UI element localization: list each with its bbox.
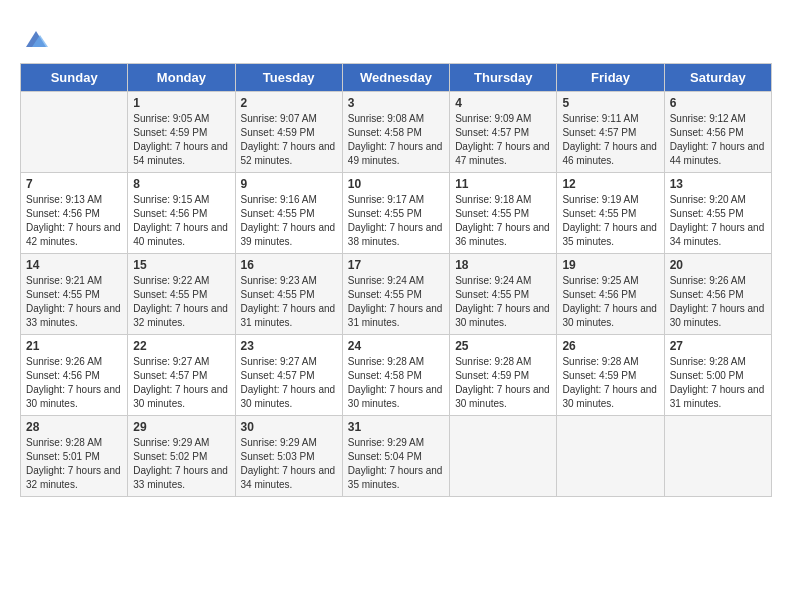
day-number: 29 xyxy=(133,420,229,434)
day-cell: 4Sunrise: 9:09 AMSunset: 4:57 PMDaylight… xyxy=(450,92,557,173)
day-cell: 25Sunrise: 9:28 AMSunset: 4:59 PMDayligh… xyxy=(450,335,557,416)
day-number: 27 xyxy=(670,339,766,353)
day-cell: 26Sunrise: 9:28 AMSunset: 4:59 PMDayligh… xyxy=(557,335,664,416)
day-cell: 5Sunrise: 9:11 AMSunset: 4:57 PMDaylight… xyxy=(557,92,664,173)
day-cell: 8Sunrise: 9:15 AMSunset: 4:56 PMDaylight… xyxy=(128,173,235,254)
day-info: Sunrise: 9:28 AMSunset: 5:01 PMDaylight:… xyxy=(26,436,122,492)
day-cell xyxy=(21,92,128,173)
calendar-table: SundayMondayTuesdayWednesdayThursdayFrid… xyxy=(20,63,772,497)
day-info: Sunrise: 9:27 AMSunset: 4:57 PMDaylight:… xyxy=(241,355,337,411)
day-cell: 21Sunrise: 9:26 AMSunset: 4:56 PMDayligh… xyxy=(21,335,128,416)
day-number: 25 xyxy=(455,339,551,353)
day-cell: 16Sunrise: 9:23 AMSunset: 4:55 PMDayligh… xyxy=(235,254,342,335)
day-number: 28 xyxy=(26,420,122,434)
day-info: Sunrise: 9:29 AMSunset: 5:02 PMDaylight:… xyxy=(133,436,229,492)
header-cell-friday: Friday xyxy=(557,64,664,92)
day-info: Sunrise: 9:11 AMSunset: 4:57 PMDaylight:… xyxy=(562,112,658,168)
day-cell: 13Sunrise: 9:20 AMSunset: 4:55 PMDayligh… xyxy=(664,173,771,254)
day-cell: 7Sunrise: 9:13 AMSunset: 4:56 PMDaylight… xyxy=(21,173,128,254)
day-info: Sunrise: 9:12 AMSunset: 4:56 PMDaylight:… xyxy=(670,112,766,168)
header-cell-saturday: Saturday xyxy=(664,64,771,92)
day-number: 21 xyxy=(26,339,122,353)
day-cell: 12Sunrise: 9:19 AMSunset: 4:55 PMDayligh… xyxy=(557,173,664,254)
day-number: 19 xyxy=(562,258,658,272)
day-info: Sunrise: 9:18 AMSunset: 4:55 PMDaylight:… xyxy=(455,193,551,249)
day-info: Sunrise: 9:13 AMSunset: 4:56 PMDaylight:… xyxy=(26,193,122,249)
day-number: 3 xyxy=(348,96,444,110)
day-number: 13 xyxy=(670,177,766,191)
day-cell: 18Sunrise: 9:24 AMSunset: 4:55 PMDayligh… xyxy=(450,254,557,335)
day-number: 2 xyxy=(241,96,337,110)
day-number: 5 xyxy=(562,96,658,110)
day-info: Sunrise: 9:29 AMSunset: 5:04 PMDaylight:… xyxy=(348,436,444,492)
day-info: Sunrise: 9:29 AMSunset: 5:03 PMDaylight:… xyxy=(241,436,337,492)
day-info: Sunrise: 9:07 AMSunset: 4:59 PMDaylight:… xyxy=(241,112,337,168)
day-info: Sunrise: 9:17 AMSunset: 4:55 PMDaylight:… xyxy=(348,193,444,249)
day-cell xyxy=(557,416,664,497)
day-number: 7 xyxy=(26,177,122,191)
day-number: 10 xyxy=(348,177,444,191)
calendar-body: 1Sunrise: 9:05 AMSunset: 4:59 PMDaylight… xyxy=(21,92,772,497)
day-cell: 17Sunrise: 9:24 AMSunset: 4:55 PMDayligh… xyxy=(342,254,449,335)
day-cell: 14Sunrise: 9:21 AMSunset: 4:55 PMDayligh… xyxy=(21,254,128,335)
day-info: Sunrise: 9:22 AMSunset: 4:55 PMDaylight:… xyxy=(133,274,229,330)
day-cell: 24Sunrise: 9:28 AMSunset: 4:58 PMDayligh… xyxy=(342,335,449,416)
day-number: 4 xyxy=(455,96,551,110)
day-cell xyxy=(664,416,771,497)
day-cell xyxy=(450,416,557,497)
week-row-2: 7Sunrise: 9:13 AMSunset: 4:56 PMDaylight… xyxy=(21,173,772,254)
week-row-1: 1Sunrise: 9:05 AMSunset: 4:59 PMDaylight… xyxy=(21,92,772,173)
day-info: Sunrise: 9:05 AMSunset: 4:59 PMDaylight:… xyxy=(133,112,229,168)
day-number: 11 xyxy=(455,177,551,191)
day-number: 22 xyxy=(133,339,229,353)
day-cell: 29Sunrise: 9:29 AMSunset: 5:02 PMDayligh… xyxy=(128,416,235,497)
day-number: 24 xyxy=(348,339,444,353)
header-cell-monday: Monday xyxy=(128,64,235,92)
day-cell: 30Sunrise: 9:29 AMSunset: 5:03 PMDayligh… xyxy=(235,416,342,497)
day-number: 31 xyxy=(348,420,444,434)
day-info: Sunrise: 9:26 AMSunset: 4:56 PMDaylight:… xyxy=(26,355,122,411)
day-info: Sunrise: 9:25 AMSunset: 4:56 PMDaylight:… xyxy=(562,274,658,330)
day-info: Sunrise: 9:09 AMSunset: 4:57 PMDaylight:… xyxy=(455,112,551,168)
day-info: Sunrise: 9:16 AMSunset: 4:55 PMDaylight:… xyxy=(241,193,337,249)
header-area xyxy=(20,20,772,53)
header-cell-wednesday: Wednesday xyxy=(342,64,449,92)
day-number: 9 xyxy=(241,177,337,191)
day-cell: 9Sunrise: 9:16 AMSunset: 4:55 PMDaylight… xyxy=(235,173,342,254)
week-row-4: 21Sunrise: 9:26 AMSunset: 4:56 PMDayligh… xyxy=(21,335,772,416)
day-info: Sunrise: 9:23 AMSunset: 4:55 PMDaylight:… xyxy=(241,274,337,330)
day-number: 18 xyxy=(455,258,551,272)
day-number: 20 xyxy=(670,258,766,272)
day-number: 26 xyxy=(562,339,658,353)
day-number: 6 xyxy=(670,96,766,110)
day-cell: 23Sunrise: 9:27 AMSunset: 4:57 PMDayligh… xyxy=(235,335,342,416)
day-info: Sunrise: 9:21 AMSunset: 4:55 PMDaylight:… xyxy=(26,274,122,330)
day-cell: 3Sunrise: 9:08 AMSunset: 4:58 PMDaylight… xyxy=(342,92,449,173)
day-info: Sunrise: 9:26 AMSunset: 4:56 PMDaylight:… xyxy=(670,274,766,330)
day-info: Sunrise: 9:28 AMSunset: 4:58 PMDaylight:… xyxy=(348,355,444,411)
day-info: Sunrise: 9:24 AMSunset: 4:55 PMDaylight:… xyxy=(455,274,551,330)
day-number: 30 xyxy=(241,420,337,434)
day-info: Sunrise: 9:20 AMSunset: 4:55 PMDaylight:… xyxy=(670,193,766,249)
day-number: 12 xyxy=(562,177,658,191)
header-cell-thursday: Thursday xyxy=(450,64,557,92)
header-cell-sunday: Sunday xyxy=(21,64,128,92)
day-cell: 27Sunrise: 9:28 AMSunset: 5:00 PMDayligh… xyxy=(664,335,771,416)
week-row-5: 28Sunrise: 9:28 AMSunset: 5:01 PMDayligh… xyxy=(21,416,772,497)
day-number: 23 xyxy=(241,339,337,353)
day-cell: 1Sunrise: 9:05 AMSunset: 4:59 PMDaylight… xyxy=(128,92,235,173)
week-row-3: 14Sunrise: 9:21 AMSunset: 4:55 PMDayligh… xyxy=(21,254,772,335)
day-number: 1 xyxy=(133,96,229,110)
day-cell: 22Sunrise: 9:27 AMSunset: 4:57 PMDayligh… xyxy=(128,335,235,416)
day-cell: 31Sunrise: 9:29 AMSunset: 5:04 PMDayligh… xyxy=(342,416,449,497)
day-info: Sunrise: 9:27 AMSunset: 4:57 PMDaylight:… xyxy=(133,355,229,411)
header-row: SundayMondayTuesdayWednesdayThursdayFrid… xyxy=(21,64,772,92)
day-number: 8 xyxy=(133,177,229,191)
logo-icon xyxy=(22,25,50,53)
day-cell: 11Sunrise: 9:18 AMSunset: 4:55 PMDayligh… xyxy=(450,173,557,254)
day-info: Sunrise: 9:28 AMSunset: 4:59 PMDaylight:… xyxy=(455,355,551,411)
day-cell: 15Sunrise: 9:22 AMSunset: 4:55 PMDayligh… xyxy=(128,254,235,335)
day-info: Sunrise: 9:24 AMSunset: 4:55 PMDaylight:… xyxy=(348,274,444,330)
header-cell-tuesday: Tuesday xyxy=(235,64,342,92)
calendar-header: SundayMondayTuesdayWednesdayThursdayFrid… xyxy=(21,64,772,92)
